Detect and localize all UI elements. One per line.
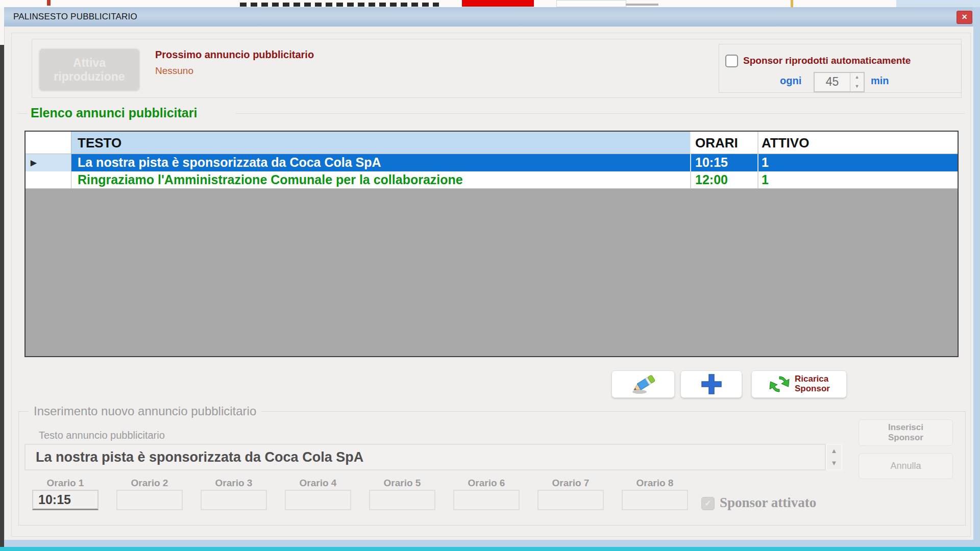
- pencil-icon: [629, 373, 657, 395]
- dialog-border: [973, 7, 980, 547]
- edit-ad-button[interactable]: [611, 370, 675, 398]
- interval-unit-label: min: [871, 75, 889, 87]
- orario-6-input[interactable]: [453, 490, 520, 510]
- groupbox-line: [236, 113, 965, 114]
- insert-sponsor-button[interactable]: Inserisci Sponsor: [859, 419, 953, 446]
- ad-text-label: Testo annuncio pubblicitario: [39, 430, 165, 441]
- cell-testo[interactable]: La nostra pista è sponsorizzata da Coca …: [71, 154, 691, 171]
- next-ad-value: Nessuno: [155, 65, 193, 77]
- activate-playback-button[interactable]: Attiva riproduzione: [38, 48, 140, 92]
- auto-sponsor-label: Sponsor riprodotti automaticamente: [743, 55, 911, 66]
- sponsor-active-label: Sponsor attivato: [720, 495, 816, 511]
- column-header-attivo[interactable]: ATTIVO: [758, 132, 958, 154]
- cell-attivo[interactable]: 1: [758, 154, 958, 171]
- grid-header-row: TESTO ORARI ATTIVO: [26, 132, 958, 154]
- background-fragment: [240, 3, 439, 7]
- spinner-down-icon[interactable]: ▼: [827, 457, 841, 469]
- orario-8-input[interactable]: [622, 490, 688, 510]
- cell-attivo[interactable]: 1: [758, 171, 958, 189]
- background-fragment: [896, 0, 980, 7]
- orario-1-input[interactable]: 10:15: [32, 490, 99, 510]
- row-marker-icon: ▶: [26, 154, 71, 171]
- reload-sponsor-label: Ricarica Sponsor: [795, 374, 830, 393]
- spinner-down-icon[interactable]: ▼: [850, 82, 864, 91]
- orario-3-label: Orario 3: [201, 478, 267, 489]
- spinner-up-icon[interactable]: ▲: [827, 445, 841, 457]
- orario-4-label: Orario 4: [285, 478, 351, 489]
- ad-list-group-title: Elenco annunci pubblicitari: [31, 106, 197, 120]
- interval-spinner[interactable]: 45 ▲ ▼: [814, 72, 865, 92]
- cancel-button[interactable]: Annulla: [859, 453, 953, 479]
- groupbox-line: [18, 113, 28, 114]
- orario-2-input[interactable]: [116, 490, 183, 510]
- orario-7-input[interactable]: [537, 490, 604, 510]
- orario-1-label: Orario 1: [32, 478, 99, 489]
- cell-orari[interactable]: 12:00: [691, 171, 758, 189]
- orario-2-label: Orario 2: [116, 478, 183, 489]
- background-app-edge: [0, 547, 980, 551]
- dialog-title: PALINSESTO PUBBLICITARIO: [13, 12, 137, 22]
- column-header-testo[interactable]: TESTO: [71, 132, 691, 154]
- check-icon: ✓: [704, 499, 711, 508]
- background-fragment: [462, 0, 534, 7]
- close-icon: ✕: [962, 13, 968, 21]
- dialog-titlebar[interactable]: [4, 7, 973, 27]
- ad-text-input[interactable]: La nostra pista è sponsorizzata da Coca …: [24, 444, 826, 470]
- next-ad-label: Prossimo annuncio pubblicitario: [155, 49, 314, 61]
- row-indicator-cell: [26, 171, 71, 189]
- background-fragment: [626, 4, 658, 6]
- orario-6-label: Orario 6: [453, 478, 520, 489]
- ad-list-grid[interactable]: TESTO ORARI ATTIVO ▶ La nostra pista è s…: [24, 131, 959, 357]
- interval-value[interactable]: 45: [815, 73, 850, 91]
- row-indicator-header: [26, 132, 71, 154]
- background-fragment: [47, 0, 51, 6]
- plus-icon: [700, 372, 723, 396]
- reload-sponsor-button[interactable]: Ricarica Sponsor: [751, 370, 847, 398]
- ad-text-spinner[interactable]: ▲ ▼: [826, 444, 842, 470]
- orario-8-label: Orario 8: [622, 478, 688, 489]
- table-row[interactable]: Ringraziamo l'Amministrazione Comunale p…: [26, 171, 958, 189]
- dialog-border: [4, 540, 980, 547]
- table-row[interactable]: ▶ La nostra pista è sponsorizzata da Coc…: [26, 154, 958, 171]
- interval-spinner-arrows[interactable]: ▲ ▼: [850, 73, 864, 91]
- orario-5-label: Orario 5: [369, 478, 435, 489]
- recycle-icon: [768, 373, 791, 395]
- add-ad-button[interactable]: [680, 370, 742, 398]
- orario-7-label: Orario 7: [537, 478, 604, 489]
- auto-sponsor-checkbox[interactable]: [725, 55, 738, 67]
- background-fragment: [791, 0, 793, 7]
- spinner-up-icon[interactable]: ▲: [850, 73, 864, 82]
- cell-orari[interactable]: 10:15: [691, 154, 758, 171]
- orario-3-input[interactable]: [201, 490, 267, 510]
- interval-every-label: ogni: [780, 75, 801, 87]
- column-header-orari[interactable]: ORARI: [691, 132, 758, 154]
- cell-testo[interactable]: Ringraziamo l'Amministrazione Comunale p…: [71, 171, 691, 189]
- insert-group-title: Inserimento nuovo annuncio pubblicitario: [29, 404, 261, 418]
- background-app-edge: [0, 45, 4, 551]
- orario-5-input[interactable]: [369, 490, 435, 510]
- close-button[interactable]: ✕: [957, 11, 972, 24]
- screen: PALINSESTO PUBBLICITARIO ✕ Attiva riprod…: [0, 0, 980, 551]
- orario-4-input[interactable]: [285, 490, 351, 510]
- sponsor-active-checkbox[interactable]: ✓: [701, 497, 715, 510]
- background-fragment: [556, 0, 626, 7]
